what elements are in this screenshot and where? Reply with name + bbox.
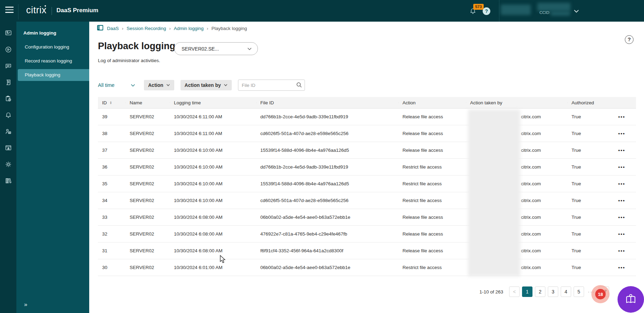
sidebar-section-admin-logging[interactable]: Admin logging xyxy=(16,27,89,39)
pagination-prev-button[interactable]: < xyxy=(509,286,520,297)
table-row: 35 SERVER02 10/30/2024 6:10:00 AM 15539f… xyxy=(98,176,636,192)
cell-authorized: True xyxy=(567,181,611,186)
breadcrumb-separator: › xyxy=(207,26,208,31)
logs-scroll-icon[interactable] xyxy=(5,79,12,86)
analytics-monitor-icon[interactable] xyxy=(5,29,12,37)
cell-authorized: True xyxy=(567,131,611,136)
cell-file-id: cd6026f5-501a-407d-ae28-e598e565c256 xyxy=(256,131,398,136)
row-menu-button[interactable]: ••• xyxy=(611,148,636,153)
column-header-name[interactable]: Name xyxy=(125,100,170,105)
action-filter-button[interactable]: Action xyxy=(144,80,174,90)
panel-toggle-icon[interactable] xyxy=(97,25,104,32)
cell-action: Release file access xyxy=(398,114,466,119)
pagination-page-5[interactable]: 5 xyxy=(574,286,584,297)
row-menu-button[interactable]: ••• xyxy=(611,198,636,203)
chevron-down-icon xyxy=(131,84,135,87)
sort-icon[interactable]: ▲▼ xyxy=(110,101,112,104)
file-id-search-input[interactable] xyxy=(238,80,305,91)
cell-logging-time: 10/30/2024 6:10:00 AM xyxy=(170,148,256,153)
pagination-range: 1-10 of 263 xyxy=(480,289,503,295)
account-chevron-down-icon[interactable] xyxy=(574,8,579,15)
cell-name: SERVER02 xyxy=(125,181,170,186)
pagination-page-2[interactable]: 2 xyxy=(535,286,545,297)
redacted-org-name xyxy=(537,3,570,11)
row-menu-button[interactable]: ••• xyxy=(611,164,636,170)
column-header-id[interactable]: ID ▲▼ xyxy=(98,100,125,105)
cell-action: Restrict file access xyxy=(398,164,466,170)
cell-file-id: 15539f14-588d-4096-8b4e-4a976aa126d5 xyxy=(256,181,398,186)
cell-name: SERVER02 xyxy=(125,198,170,203)
notifications-rail-bell-icon[interactable] xyxy=(5,111,12,119)
messages-icon[interactable] xyxy=(5,62,12,70)
cell-id: 37 xyxy=(98,148,125,153)
cell-name: SERVER02 xyxy=(125,231,170,237)
playback-logging-table: ID ▲▼ Name Logging time File ID Action A… xyxy=(98,97,636,276)
guide-assistant-fab[interactable] xyxy=(618,286,644,313)
tasks-clock-icon[interactable] xyxy=(5,95,12,103)
row-menu-button[interactable]: ••• xyxy=(611,215,636,220)
main-content: DaaS › Session Recording › Admin logging… xyxy=(89,22,644,313)
cell-file-id: 06b00a02-a5de-4e54-aee0-b63a572ebb1e xyxy=(256,215,398,220)
cell-authorized: True xyxy=(567,198,611,203)
cell-file-id: 06b00a02-a5de-4e54-aee0-b63a572ebb1e xyxy=(256,265,398,270)
breadcrumb-separator: › xyxy=(169,26,170,31)
sidebar-expand-icon[interactable]: » xyxy=(24,301,27,308)
library-books-icon[interactable] xyxy=(5,177,12,185)
page-help-icon[interactable]: ? xyxy=(625,35,634,44)
server-dropdown[interactable]: SERVER02.SE... xyxy=(174,42,258,55)
cell-file-id: cd6026f5-501a-407d-ae28-e598e565c256 xyxy=(256,198,398,203)
search-icon[interactable] xyxy=(296,82,302,89)
cell-id: 39 xyxy=(98,114,125,119)
redacted-action-taken-by-column xyxy=(468,110,520,276)
cell-action: Restrict file access xyxy=(398,198,466,203)
cell-action: Release file access xyxy=(398,231,466,237)
breadcrumb-admin-logging[interactable]: Admin logging xyxy=(174,26,204,31)
sidebar-item-record-reason-logging[interactable]: Record reason logging xyxy=(18,55,89,67)
row-menu-button[interactable]: ••• xyxy=(611,231,636,237)
cell-logging-time: 10/30/2024 6:08:00 AM xyxy=(170,248,256,253)
cell-action: Release file access xyxy=(398,148,466,153)
row-menu-button[interactable]: ••• xyxy=(611,181,636,186)
cell-logging-time: 10/30/2024 6:08:00 AM xyxy=(170,231,256,237)
cell-logging-time: 10/30/2024 6:10:00 AM xyxy=(170,198,256,203)
user-record-icon[interactable] xyxy=(5,128,12,135)
session-play-icon[interactable] xyxy=(5,46,12,53)
sidebar-item-playback-logging[interactable]: Playback logging xyxy=(18,69,89,81)
settings-gear-icon[interactable] xyxy=(5,161,12,168)
table-row: 31 SERVER02 10/30/2024 6:08:00 AM f6f91c… xyxy=(98,243,636,259)
cell-id: 33 xyxy=(98,215,125,220)
cell-action: Restrict file access xyxy=(398,265,466,270)
cell-id: 35 xyxy=(98,181,125,186)
action-taken-by-filter-button[interactable]: Action taken by xyxy=(181,80,232,90)
column-header-action[interactable]: Action xyxy=(398,100,466,105)
cell-id: 34 xyxy=(98,198,125,203)
row-menu-button[interactable]: ••• xyxy=(611,114,636,119)
row-menu-button[interactable]: ••• xyxy=(611,131,636,136)
header-help-icon[interactable]: ? xyxy=(483,7,490,15)
hamburger-menu-icon[interactable] xyxy=(5,7,14,15)
column-header-action-taken-by[interactable]: Action taken by xyxy=(466,100,567,105)
redacted-account-name xyxy=(501,5,531,15)
row-menu-button[interactable]: ••• xyxy=(611,248,636,253)
time-range-filter[interactable]: All time xyxy=(98,82,135,88)
pagination-page-3[interactable]: 3 xyxy=(548,286,558,297)
breadcrumb-session-recording[interactable]: Session Recording xyxy=(127,26,166,31)
filter-bar: All time Action Action taken by xyxy=(98,79,305,91)
cell-name: SERVER02 xyxy=(125,148,170,153)
table-row: 34 SERVER02 10/30/2024 6:10:00 AM cd6026… xyxy=(98,192,636,209)
breadcrumb-daas[interactable]: DaaS xyxy=(107,26,119,31)
pagination-page-1[interactable]: 1 xyxy=(522,286,532,297)
divider xyxy=(52,7,52,15)
column-header-logging-time[interactable]: Logging time xyxy=(170,100,256,105)
column-header-file-id[interactable]: File ID xyxy=(256,100,398,105)
cell-logging-time: 10/30/2024 6:10:00 AM xyxy=(170,181,256,186)
pagination-page-4[interactable]: 4 xyxy=(561,286,571,297)
server-dropdown-value: SERVER02.SE... xyxy=(182,46,219,52)
top-bar: citrix DaaS Premium 573 ? CCID: xyxy=(0,0,644,22)
column-header-authorized[interactable]: Authorized xyxy=(567,100,611,105)
alert-card-icon[interactable] xyxy=(5,144,12,152)
cell-name: SERVER02 xyxy=(125,215,170,220)
cell-authorized: True xyxy=(567,248,611,253)
sidebar-item-configuration-logging[interactable]: Configuration logging xyxy=(18,41,89,53)
row-menu-button[interactable]: ••• xyxy=(611,265,636,270)
